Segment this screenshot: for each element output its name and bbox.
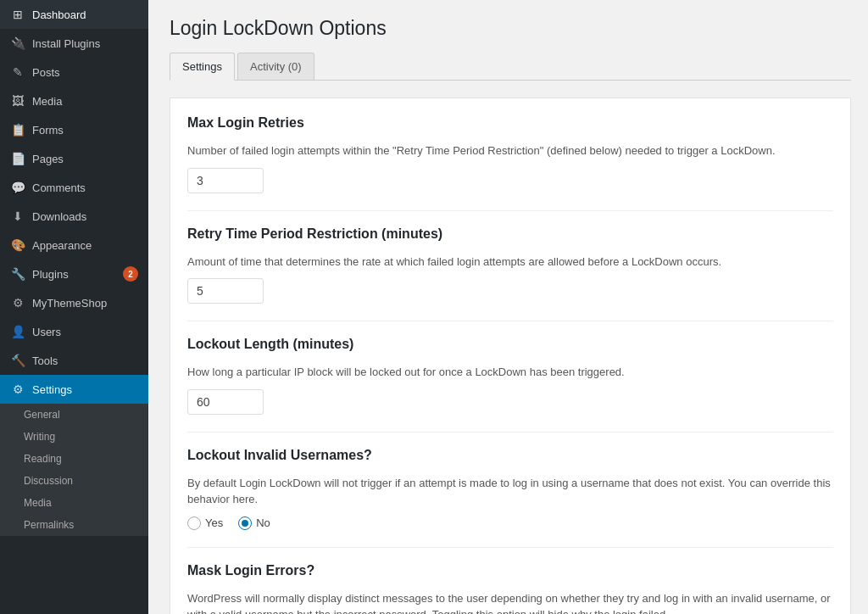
- section-title-retry-time: Retry Time Period Restriction (minutes): [187, 226, 833, 247]
- comments-icon: 💬: [10, 180, 25, 195]
- sidebar-item-media[interactable]: 🖼 Media: [0, 87, 148, 115]
- tab-activity[interactable]: Activity (0): [237, 53, 314, 80]
- section-desc-mask-errors: WordPress will normally display distinct…: [187, 590, 833, 615]
- sidebar-label-writing: Writing: [24, 431, 138, 443]
- media-icon: 🖼: [10, 93, 25, 109]
- sidebar-label-discussion: Discussion: [24, 475, 138, 487]
- divider-4: [187, 547, 833, 548]
- forms-icon: 📋: [10, 122, 25, 137]
- divider-2: [187, 321, 833, 321]
- divider-1: [187, 210, 833, 211]
- input-max-retries[interactable]: [187, 168, 264, 193]
- sidebar-label-plugins: Plugins: [32, 268, 116, 281]
- section-mask-errors: Mask Login Errors? WordPress will normal…: [187, 563, 833, 615]
- tools-icon: 🔨: [10, 353, 25, 368]
- radio-no-lockout-usernames[interactable]: No: [238, 516, 270, 530]
- sidebar-label-general: General: [24, 409, 138, 421]
- input-lockout-length[interactable]: [187, 389, 264, 415]
- sidebar-item-plugins[interactable]: 🔧 Plugins 2: [0, 260, 148, 288]
- appearance-icon: 🎨: [10, 237, 25, 253]
- radio-label-no: No: [256, 516, 270, 529]
- install-plugins-icon: 🔌: [10, 36, 25, 51]
- sidebar-label-forms: Forms: [32, 124, 138, 137]
- sidebar-label-posts: Posts: [32, 66, 138, 79]
- sidebar-item-posts[interactable]: ✎ Posts: [0, 58, 148, 87]
- sidebar-item-permalinks[interactable]: Permalinks: [0, 514, 148, 536]
- section-lockout-length: Lockout Length (minutes) How long a part…: [187, 337, 833, 415]
- section-title-max-retries: Max Login Retries: [187, 115, 833, 136]
- section-lockout-usernames: Lockout Invalid Usernames? By default Lo…: [187, 448, 833, 530]
- section-max-retries: Max Login Retries Number of failed login…: [187, 115, 833, 193]
- page-title: Login LockDown Options: [170, 17, 851, 40]
- sidebar-label-install-plugins: Install Plugins: [32, 37, 138, 50]
- settings-icon: ⚙: [10, 382, 25, 397]
- sidebar-item-appearance[interactable]: 🎨 Appearance: [0, 231, 148, 260]
- plugins-icon: 🔧: [10, 266, 25, 282]
- tab-settings[interactable]: Settings: [170, 53, 235, 81]
- sidebar-item-reading[interactable]: Reading: [0, 448, 148, 470]
- sidebar-label-pages: Pages: [32, 153, 138, 165]
- sidebar-label-mythemeshop: MyThemeShop: [32, 297, 138, 310]
- sidebar-label-downloads: Downloads: [32, 210, 138, 223]
- sidebar-item-dashboard[interactable]: ⊞ Dashboard: [0, 0, 148, 29]
- sidebar-item-general[interactable]: General: [0, 404, 148, 426]
- settings-content: Max Login Retries Number of failed login…: [170, 98, 851, 614]
- dashboard-icon: ⊞: [10, 7, 25, 22]
- sidebar-item-writing[interactable]: Writing: [0, 426, 148, 448]
- section-desc-lockout-length: How long a particular IP block will be l…: [187, 364, 833, 381]
- plugins-badge: 2: [123, 266, 138, 282]
- sidebar: ⊞ Dashboard 🔌 Install Plugins ✎ Posts 🖼 …: [0, 0, 148, 614]
- sidebar-item-comments[interactable]: 💬 Comments: [0, 173, 148, 202]
- sidebar-label-users: Users: [32, 326, 138, 338]
- radio-group-lockout-usernames: Yes No: [187, 516, 833, 530]
- sidebar-label-comments: Comments: [32, 181, 138, 194]
- sidebar-label-settings: Settings: [32, 383, 138, 396]
- divider-3: [187, 432, 833, 433]
- section-retry-time: Retry Time Period Restriction (minutes) …: [187, 226, 833, 304]
- sidebar-item-settings[interactable]: ⚙ Settings: [0, 375, 148, 404]
- sidebar-label-reading: Reading: [24, 453, 138, 465]
- pages-icon: 📄: [10, 151, 25, 166]
- users-icon: 👤: [10, 324, 25, 339]
- sidebar-label-media: Media: [32, 95, 138, 108]
- radio-circle-yes: [187, 516, 201, 530]
- section-title-lockout-usernames: Lockout Invalid Usernames?: [187, 448, 833, 468]
- sidebar-item-downloads[interactable]: ⬇ Downloads: [0, 202, 148, 231]
- sidebar-label-media-sub: Media: [24, 497, 138, 509]
- input-retry-time[interactable]: [187, 278, 264, 304]
- main-content: Login LockDown Options Settings Activity…: [148, 0, 868, 614]
- sidebar-label-appearance: Appearance: [32, 239, 138, 252]
- sidebar-item-forms[interactable]: 📋 Forms: [0, 115, 148, 144]
- sidebar-item-users[interactable]: 👤 Users: [0, 317, 148, 346]
- posts-icon: ✎: [10, 64, 25, 80]
- sidebar-label-tools: Tools: [32, 354, 138, 367]
- sidebar-item-mythemeshop[interactable]: ⚙ MyThemeShop: [0, 288, 148, 317]
- section-desc-retry-time: Amount of time that determines the rate …: [187, 254, 833, 271]
- sidebar-label-permalinks: Permalinks: [24, 519, 138, 531]
- mythemeshop-icon: ⚙: [10, 295, 25, 310]
- section-desc-max-retries: Number of failed login attempts within t…: [187, 142, 833, 159]
- section-title-mask-errors: Mask Login Errors?: [187, 563, 833, 583]
- sidebar-item-tools[interactable]: 🔨 Tools: [0, 346, 148, 375]
- downloads-icon: ⬇: [10, 209, 25, 224]
- sidebar-label-dashboard: Dashboard: [32, 8, 138, 21]
- sidebar-item-discussion[interactable]: Discussion: [0, 470, 148, 492]
- settings-submenu: General Writing Reading Discussion Media…: [0, 404, 148, 536]
- sidebar-item-media-sub[interactable]: Media: [0, 492, 148, 514]
- radio-label-yes: Yes: [205, 516, 223, 529]
- section-desc-lockout-usernames: By default Login LockDown will not trigg…: [187, 475, 833, 508]
- radio-circle-no: [238, 516, 252, 530]
- tab-bar: Settings Activity (0): [170, 53, 851, 81]
- sidebar-item-install-plugins[interactable]: 🔌 Install Plugins: [0, 29, 148, 58]
- radio-yes-lockout-usernames[interactable]: Yes: [187, 516, 223, 530]
- section-title-lockout-length: Lockout Length (minutes): [187, 337, 833, 357]
- sidebar-item-pages[interactable]: 📄 Pages: [0, 144, 148, 173]
